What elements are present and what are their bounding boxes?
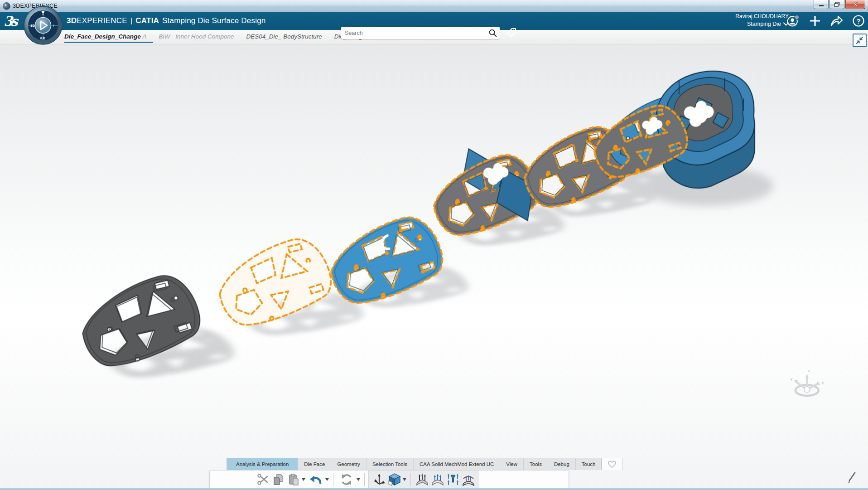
update-options-caret[interactable] bbox=[356, 472, 361, 487]
help-icon: ? bbox=[852, 15, 865, 27]
axis-gizmo[interactable]: z y x bbox=[790, 369, 824, 396]
view-cube-caret[interactable] bbox=[402, 472, 407, 487]
tab-biw-inner-hood[interactable]: BiW - Inner Hood Compone bbox=[159, 31, 234, 43]
arrows-filter-icon bbox=[446, 473, 460, 486]
action-tab-selection-tools[interactable]: Selection Tools bbox=[366, 458, 414, 470]
copy-button[interactable] bbox=[270, 472, 286, 487]
tag-button[interactable] bbox=[504, 26, 519, 39]
brand-experience: EXPERIENCE bbox=[77, 16, 127, 25]
svg-text:3s: 3s bbox=[4, 14, 19, 29]
undo-icon bbox=[309, 474, 322, 485]
window-titlebar: 3DEXPERIENCE bbox=[0, 0, 868, 12]
caret-down-icon bbox=[357, 478, 360, 481]
main-header: 3s 3DEXPERIENCE | CATIA Stamping Die Sur… bbox=[0, 12, 868, 30]
die-arrows-icon bbox=[431, 473, 444, 486]
tag-icon bbox=[506, 27, 517, 39]
iso-cube-icon bbox=[388, 473, 401, 486]
app-window-icon bbox=[3, 3, 10, 10]
caret-down-icon bbox=[302, 478, 305, 481]
paste-options-caret[interactable] bbox=[301, 472, 306, 487]
minimize-icon bbox=[819, 2, 824, 7]
share-button[interactable] bbox=[830, 14, 844, 28]
brand-3d: 3D bbox=[67, 16, 77, 25]
paste-icon bbox=[288, 474, 299, 485]
tab-des04-die-bodystructure[interactable]: DES04_Die_ BodyStructure bbox=[246, 31, 322, 43]
action-tab-die-face[interactable]: Die Face bbox=[298, 458, 331, 470]
app-subtitle: Stamping Die Surface Design bbox=[162, 16, 265, 25]
action-tab-geometry[interactable]: Geometry bbox=[331, 458, 366, 470]
action-tab-analysis-preparation[interactable]: Analysis & Preparation bbox=[227, 458, 298, 470]
compass-right-label[interactable]: i bbox=[53, 24, 54, 28]
action-tab-view[interactable]: View bbox=[500, 458, 524, 470]
undo-options-caret[interactable] bbox=[325, 472, 329, 487]
axis-z-label: z bbox=[807, 369, 810, 373]
add-content-button[interactable] bbox=[808, 14, 822, 28]
heart-outline-icon bbox=[608, 460, 617, 468]
action-bar: Analysis & Preparation Die Face Geometry… bbox=[227, 458, 622, 470]
die-red-arc-icon bbox=[462, 473, 475, 486]
scissors-icon bbox=[257, 474, 269, 485]
close-icon bbox=[853, 2, 858, 7]
search-icon bbox=[488, 29, 497, 38]
brand-catia: CATIA bbox=[135, 16, 159, 25]
compass-vr-label[interactable]: V.R bbox=[40, 37, 45, 40]
axis-y-label: y bbox=[790, 377, 793, 381]
profile-icon bbox=[786, 14, 800, 28]
collapse-arrows-icon bbox=[855, 36, 864, 44]
paste-button[interactable] bbox=[286, 472, 301, 487]
help-button[interactable]: ? bbox=[852, 14, 865, 28]
refresh-icon bbox=[340, 473, 353, 486]
bottom-toolbar bbox=[209, 470, 569, 489]
tab-die-face-design-change[interactable]: Die_Face_Design_Change A bbox=[64, 31, 147, 43]
restore-icon bbox=[834, 2, 840, 7]
user-name: Raviraj CHOUDHARY bbox=[735, 13, 789, 20]
action-tab-caa-solid-mechmod[interactable]: CAA Solid MechMod Extend UC bbox=[414, 458, 500, 470]
profile-button[interactable] bbox=[786, 14, 800, 28]
filter-vectors-button[interactable] bbox=[445, 472, 461, 487]
window-bottom-border bbox=[0, 488, 868, 490]
favorites-button[interactable] bbox=[602, 458, 622, 470]
action-tab-tools[interactable]: Tools bbox=[524, 458, 548, 470]
minimize-button[interactable] bbox=[814, 0, 829, 9]
search-input[interactable] bbox=[341, 30, 486, 36]
application-brand: 3DEXPERIENCE | CATIA Stamping Die Surfac… bbox=[67, 12, 265, 30]
view-cube-button[interactable] bbox=[387, 472, 402, 487]
collapse-view-button[interactable] bbox=[853, 34, 867, 47]
action-tab-debug[interactable]: Debug bbox=[548, 458, 576, 470]
axis-x-label: x bbox=[821, 381, 824, 385]
update-button[interactable] bbox=[337, 472, 356, 487]
undo-button[interactable] bbox=[306, 472, 325, 487]
dassault-systemes-logo: 3s bbox=[4, 13, 24, 29]
close-button[interactable] bbox=[845, 0, 865, 9]
workspace-name: Stamping Die bbox=[747, 20, 781, 28]
overcrown-analysis-button[interactable] bbox=[461, 472, 476, 487]
restore-button[interactable] bbox=[829, 0, 844, 9]
caret-down-icon bbox=[403, 478, 406, 481]
user-menu[interactable]: Raviraj CHOUDHARY Stamping Die bbox=[735, 13, 789, 28]
share-arrow-icon bbox=[830, 15, 844, 27]
svg-text:?: ? bbox=[856, 17, 860, 25]
copy-icon bbox=[272, 474, 284, 485]
search-box[interactable] bbox=[341, 27, 500, 39]
cut-button[interactable] bbox=[255, 472, 270, 487]
3d-compass[interactable]: 3D i V.R bbox=[23, 5, 63, 46]
binder-unfold-button[interactable] bbox=[415, 472, 430, 487]
springback-check-button[interactable] bbox=[430, 472, 445, 487]
die-design-scene[interactable]: z y x bbox=[0, 44, 868, 488]
plus-icon bbox=[809, 15, 821, 27]
caret-down-icon bbox=[325, 478, 329, 481]
axes-arrows-icon bbox=[373, 473, 386, 486]
stylus-mark-icon bbox=[846, 471, 856, 483]
search-button[interactable] bbox=[486, 27, 500, 39]
viewport-3d[interactable]: z y x bbox=[0, 44, 868, 488]
brand-divider: | bbox=[130, 16, 133, 25]
die-unfold-icon bbox=[415, 473, 429, 486]
move-manipulator-button[interactable] bbox=[371, 472, 387, 487]
action-tab-touch[interactable]: Touch bbox=[576, 458, 602, 470]
compass-3d-label[interactable]: 3D bbox=[30, 24, 35, 28]
